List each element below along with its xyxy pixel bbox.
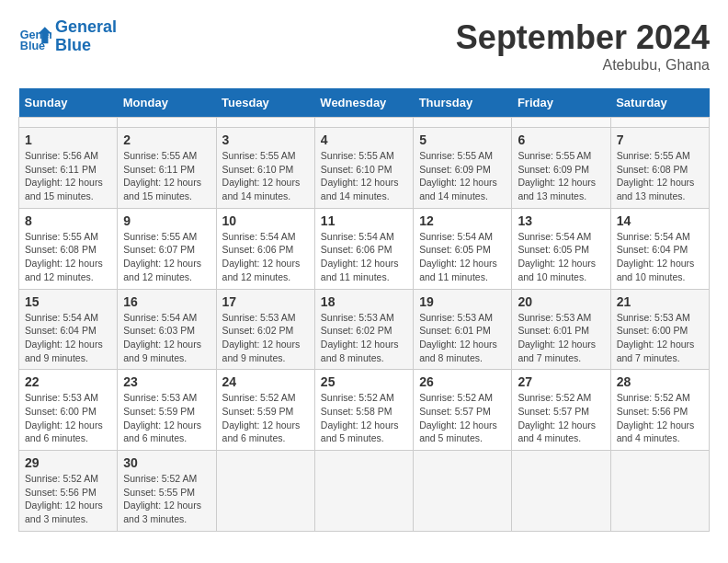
- day-info: Sunrise: 5:53 AM Sunset: 5:59 PM Dayligh…: [123, 391, 210, 445]
- day-number: 11: [321, 213, 407, 228]
- header-wednesday: Wednesday: [314, 88, 413, 118]
- calendar-cell: 18Sunrise: 5:53 AM Sunset: 6:02 PM Dayli…: [314, 289, 413, 370]
- day-info: Sunrise: 5:54 AM Sunset: 6:05 PM Dayligh…: [518, 230, 604, 284]
- calendar-cell: 5Sunrise: 5:55 AM Sunset: 6:09 PM Daylig…: [414, 128, 512, 209]
- header-tuesday: Tuesday: [216, 88, 314, 118]
- day-info: Sunrise: 5:52 AM Sunset: 5:59 PM Dayligh…: [222, 391, 309, 445]
- calendar-cell: [414, 451, 512, 532]
- calendar-cell: 16Sunrise: 5:54 AM Sunset: 6:03 PM Dayli…: [118, 289, 216, 370]
- calendar-cell: 6Sunrise: 5:55 AM Sunset: 6:09 PM Daylig…: [512, 128, 610, 209]
- calendar-cell: 13Sunrise: 5:54 AM Sunset: 6:05 PM Dayli…: [512, 208, 610, 289]
- title-area: September 2024 Atebubu, Ghana: [456, 18, 710, 74]
- day-info: Sunrise: 5:54 AM Sunset: 6:04 PM Dayligh…: [25, 311, 111, 365]
- day-info: Sunrise: 5:54 AM Sunset: 6:06 PM Dayligh…: [321, 230, 407, 284]
- day-number: 25: [321, 374, 407, 389]
- calendar-cell: [314, 451, 413, 532]
- day-info: Sunrise: 5:55 AM Sunset: 6:08 PM Dayligh…: [25, 230, 111, 284]
- calendar-cell: 1Sunrise: 5:56 AM Sunset: 6:11 PM Daylig…: [19, 128, 118, 209]
- day-number: 4: [321, 132, 407, 147]
- day-info: Sunrise: 5:55 AM Sunset: 6:09 PM Dayligh…: [518, 149, 604, 203]
- month-title: September 2024: [456, 18, 710, 57]
- day-number: 22: [25, 374, 111, 389]
- calendar-cell: 29Sunrise: 5:52 AM Sunset: 5:56 PM Dayli…: [19, 451, 118, 532]
- calendar-cell: 27Sunrise: 5:52 AM Sunset: 5:57 PM Dayli…: [512, 370, 610, 451]
- day-number: 17: [222, 294, 309, 309]
- day-number: 6: [518, 132, 604, 147]
- header-saturday: Saturday: [610, 88, 709, 118]
- calendar-cell: 24Sunrise: 5:52 AM Sunset: 5:59 PM Dayli…: [216, 370, 314, 451]
- calendar-cell: 7Sunrise: 5:55 AM Sunset: 6:08 PM Daylig…: [610, 128, 709, 209]
- week-row-1: 1Sunrise: 5:56 AM Sunset: 6:11 PM Daylig…: [19, 128, 710, 209]
- logo-line1: General: [55, 17, 117, 36]
- day-number: 29: [25, 455, 111, 470]
- calendar-cell: [610, 451, 709, 532]
- calendar-cell: 25Sunrise: 5:52 AM Sunset: 5:58 PM Dayli…: [314, 370, 413, 451]
- day-number: 27: [518, 374, 604, 389]
- header-friday: Friday: [512, 88, 610, 118]
- calendar-cell: 2Sunrise: 5:55 AM Sunset: 6:11 PM Daylig…: [118, 128, 216, 209]
- day-number: 24: [222, 374, 309, 389]
- logo-name: General Blue: [55, 18, 117, 55]
- day-info: Sunrise: 5:53 AM Sunset: 6:01 PM Dayligh…: [419, 311, 506, 365]
- calendar-cell: [118, 118, 216, 128]
- day-number: 3: [222, 132, 309, 147]
- calendar-cell: [216, 118, 314, 128]
- day-number: 18: [321, 294, 407, 309]
- calendar-cell: 26Sunrise: 5:52 AM Sunset: 5:57 PM Dayli…: [414, 370, 512, 451]
- location-title: Atebubu, Ghana: [456, 57, 710, 74]
- week-row-0: [19, 118, 710, 128]
- day-info: Sunrise: 5:53 AM Sunset: 6:02 PM Dayligh…: [321, 311, 407, 365]
- day-number: 1: [25, 132, 111, 147]
- logo-line2: Blue: [55, 36, 91, 54]
- day-info: Sunrise: 5:52 AM Sunset: 5:57 PM Dayligh…: [518, 391, 604, 445]
- day-number: 23: [123, 374, 210, 389]
- calendar-cell: 4Sunrise: 5:55 AM Sunset: 6:10 PM Daylig…: [314, 128, 413, 209]
- header: General Blue General Blue September 2024…: [18, 18, 710, 74]
- week-row-3: 15Sunrise: 5:54 AM Sunset: 6:04 PM Dayli…: [19, 289, 710, 370]
- day-number: 30: [123, 455, 210, 470]
- calendar-cell: 21Sunrise: 5:53 AM Sunset: 6:00 PM Dayli…: [610, 289, 709, 370]
- calendar-cell: 14Sunrise: 5:54 AM Sunset: 6:04 PM Dayli…: [610, 208, 709, 289]
- day-number: 7: [617, 132, 703, 147]
- calendar-cell: 22Sunrise: 5:53 AM Sunset: 6:00 PM Dayli…: [19, 370, 118, 451]
- calendar-cell: 15Sunrise: 5:54 AM Sunset: 6:04 PM Dayli…: [19, 289, 118, 370]
- calendar-cell: 20Sunrise: 5:53 AM Sunset: 6:01 PM Dayli…: [512, 289, 610, 370]
- day-info: Sunrise: 5:54 AM Sunset: 6:03 PM Dayligh…: [123, 311, 210, 365]
- day-info: Sunrise: 5:52 AM Sunset: 5:58 PM Dayligh…: [321, 391, 407, 445]
- day-number: 13: [518, 213, 604, 228]
- calendar-cell: 30Sunrise: 5:52 AM Sunset: 5:55 PM Dayli…: [118, 451, 216, 532]
- calendar-cell: 8Sunrise: 5:55 AM Sunset: 6:08 PM Daylig…: [19, 208, 118, 289]
- calendar-cell: 23Sunrise: 5:53 AM Sunset: 5:59 PM Dayli…: [118, 370, 216, 451]
- calendar-cell: [216, 451, 314, 532]
- header-sunday: Sunday: [19, 88, 118, 118]
- calendar-cell: [414, 118, 512, 128]
- calendar-cell: 17Sunrise: 5:53 AM Sunset: 6:02 PM Dayli…: [216, 289, 314, 370]
- day-info: Sunrise: 5:53 AM Sunset: 6:00 PM Dayligh…: [617, 311, 703, 365]
- day-info: Sunrise: 5:55 AM Sunset: 6:11 PM Dayligh…: [123, 149, 210, 203]
- calendar-cell: [19, 118, 118, 128]
- day-info: Sunrise: 5:55 AM Sunset: 6:08 PM Dayligh…: [617, 149, 703, 203]
- calendar-cell: 10Sunrise: 5:54 AM Sunset: 6:06 PM Dayli…: [216, 208, 314, 289]
- day-number: 12: [419, 213, 506, 228]
- svg-text:Blue: Blue: [20, 40, 45, 52]
- day-info: Sunrise: 5:55 AM Sunset: 6:09 PM Dayligh…: [419, 149, 506, 203]
- day-number: 20: [518, 294, 604, 309]
- logo: General Blue General Blue: [18, 18, 117, 55]
- day-info: Sunrise: 5:55 AM Sunset: 6:07 PM Dayligh…: [123, 230, 210, 284]
- day-info: Sunrise: 5:56 AM Sunset: 6:11 PM Dayligh…: [25, 149, 111, 203]
- day-info: Sunrise: 5:52 AM Sunset: 5:55 PM Dayligh…: [123, 472, 210, 526]
- week-row-5: 29Sunrise: 5:52 AM Sunset: 5:56 PM Dayli…: [19, 451, 710, 532]
- day-info: Sunrise: 5:54 AM Sunset: 6:04 PM Dayligh…: [617, 230, 703, 284]
- day-info: Sunrise: 5:53 AM Sunset: 6:00 PM Dayligh…: [25, 391, 111, 445]
- calendar-cell: 12Sunrise: 5:54 AM Sunset: 6:05 PM Dayli…: [414, 208, 512, 289]
- day-number: 14: [617, 213, 703, 228]
- day-info: Sunrise: 5:55 AM Sunset: 6:10 PM Dayligh…: [222, 149, 309, 203]
- calendar-cell: [512, 118, 610, 128]
- calendar-cell: 9Sunrise: 5:55 AM Sunset: 6:07 PM Daylig…: [118, 208, 216, 289]
- week-row-4: 22Sunrise: 5:53 AM Sunset: 6:00 PM Dayli…: [19, 370, 710, 451]
- day-number: 19: [419, 294, 506, 309]
- day-info: Sunrise: 5:54 AM Sunset: 6:06 PM Dayligh…: [222, 230, 309, 284]
- day-info: Sunrise: 5:52 AM Sunset: 5:56 PM Dayligh…: [617, 391, 703, 445]
- calendar-cell: [610, 118, 709, 128]
- calendar-cell: [512, 451, 610, 532]
